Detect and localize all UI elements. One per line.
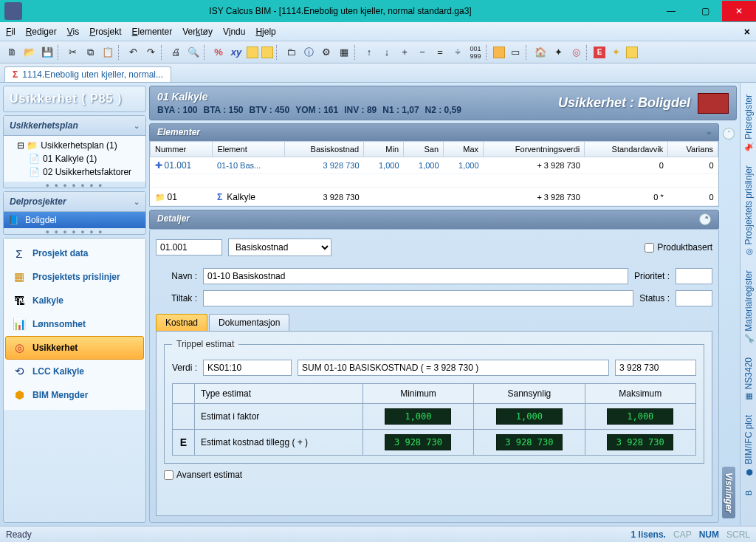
nav-prosjekt-data[interactable]: ΣProsjekt data: [5, 241, 144, 265]
opt1-icon[interactable]: [247, 47, 258, 58]
document-tab[interactable]: Σ 1114.Enebolig uten kjeller, normal...: [4, 66, 171, 82]
resize-grip[interactable]: ● ● ● ● ● ● ●: [4, 182, 145, 188]
preview-icon[interactable]: 🔍: [186, 45, 201, 60]
home-icon[interactable]: 🏠: [533, 45, 548, 60]
panel-icon[interactable]: ▭: [508, 45, 523, 60]
open-icon[interactable]: 📂: [22, 45, 37, 60]
status-bar: Ready 1 lisens. CAP NUM SCRL: [0, 526, 756, 542]
tab-b[interactable]: B: [743, 486, 755, 500]
detaljer-header: Detaljer ˄: [149, 210, 719, 229]
resize-grip[interactable]: ● ● ● ● ● ● ●: [4, 228, 145, 234]
minimize-button[interactable]: —: [654, 1, 688, 21]
nav-prislinjer[interactable]: ▦Prosjektets prislinjer: [5, 265, 144, 289]
print-icon[interactable]: 🖨: [168, 45, 183, 60]
nav-usikkerhet[interactable]: ◎Usikkerhet: [5, 336, 144, 360]
tab-materialregister[interactable]: 🔧Materialregister: [742, 266, 755, 349]
pin-icon: 🔧: [743, 335, 753, 344]
undo-icon[interactable]: ↶: [126, 45, 140, 60]
verdi-input[interactable]: [203, 360, 292, 376]
detail-id-input[interactable]: [156, 239, 222, 255]
elementer-table[interactable]: Nummer Element Basiskostnad Min San Max …: [150, 141, 718, 206]
grid-icon: ▦: [12, 270, 27, 284]
app-icon: [4, 2, 22, 20]
prioritet-input[interactable]: [676, 268, 712, 284]
nav-lonnsomhet[interactable]: 📊Lønnsomhet: [5, 312, 144, 336]
status-input[interactable]: [676, 290, 712, 306]
down-icon[interactable]: ↓: [379, 45, 394, 60]
tree-node-kalkyle[interactable]: 📄 01 Kalkyle (1): [7, 152, 142, 165]
collapse-icon[interactable]: ˄: [699, 213, 711, 225]
detail-type-select[interactable]: Basiskostnad: [228, 239, 331, 256]
delprosjekt-item[interactable]: 📘 Boligdel: [4, 212, 145, 228]
est-row-tillegg[interactable]: E Estimat kostnad tillegg ( + ) 3 928 73…: [173, 430, 696, 456]
close-button[interactable]: ✕: [722, 1, 756, 21]
filter-icon[interactable]: [626, 47, 638, 58]
xy-icon[interactable]: xy: [229, 45, 244, 60]
tab-ns3420[interactable]: ▦NS3420: [742, 353, 755, 406]
info-icon[interactable]: ⓘ: [301, 45, 316, 60]
mdi-close-button[interactable]: ×: [744, 26, 750, 38]
status-ready: Ready: [6, 529, 32, 540]
navn-input[interactable]: [203, 268, 628, 284]
menu-vis[interactable]: Vis: [67, 27, 79, 37]
calc-icon[interactable]: [493, 47, 505, 58]
menu-vindu[interactable]: Vindu: [223, 27, 246, 37]
tab-prisregister[interactable]: 📌Prisregister: [742, 90, 755, 157]
trippel-legend: Trippel estimat: [172, 339, 238, 349]
navn-label: Navn :: [156, 271, 197, 281]
plan-panel-header[interactable]: Usikkerhetsplan⌄: [4, 116, 145, 136]
menu-rediger[interactable]: Rediger: [26, 27, 57, 37]
new-icon[interactable]: 🗎: [4, 45, 19, 60]
status-scrl: SCRL: [726, 529, 750, 540]
menu-hjelp[interactable]: Hjelp: [255, 27, 275, 37]
table-row[interactable]: ✚ 01.001 01-10 Bas... 3 928 730 1,000 1,…: [151, 157, 718, 174]
avansert-checkbox[interactable]: Avansert estimat: [164, 470, 704, 480]
cycle-icon: ⟲: [12, 364, 27, 379]
doc-tab-icon: Σ: [13, 69, 18, 80]
tiltak-input[interactable]: [203, 290, 633, 306]
save-icon[interactable]: 💾: [40, 45, 55, 60]
star-icon[interactable]: ✦: [608, 45, 623, 60]
est-row-faktor[interactable]: Estimat i faktor 1,000 1,000 1,000: [173, 404, 696, 430]
tab-dokumentasjon[interactable]: Dokumentasjon: [209, 314, 289, 331]
grid-icon[interactable]: ▦: [337, 45, 351, 60]
menu-fil[interactable]: Fil: [6, 27, 16, 37]
num-icon[interactable]: 001999: [468, 45, 483, 60]
opt2-icon[interactable]: [261, 47, 273, 58]
building-icon: 🏗: [12, 293, 27, 308]
menu-prosjekt[interactable]: Prosjekt: [89, 27, 121, 37]
tree-node-faktorer[interactable]: 📄 02 Usikkerhetsfaktorer: [7, 165, 142, 179]
plus-icon[interactable]: +: [397, 45, 412, 60]
menu-elementer[interactable]: Elementer: [132, 27, 173, 37]
tab-bimifc[interactable]: ⬢BIM/IFC plot: [742, 411, 755, 481]
cut-icon[interactable]: ✂: [65, 45, 80, 60]
up-icon[interactable]: ↑: [362, 45, 377, 60]
tree-root[interactable]: ⊟ 📁 Usikkerhetsplan (1): [7, 139, 142, 152]
delprosjekter-header[interactable]: Delprosjekter⌄: [4, 192, 145, 212]
copy-icon[interactable]: ⧉: [83, 45, 97, 60]
folder-icon[interactable]: 🗀: [284, 45, 298, 60]
gear-icon[interactable]: ⚙: [319, 45, 334, 60]
nav-lcc[interactable]: ⟲LCC Kalkyle: [5, 360, 144, 383]
e-icon[interactable]: E: [594, 47, 605, 58]
eq-icon[interactable]: =: [433, 45, 447, 60]
tab-kostnad[interactable]: Kostnad: [156, 314, 207, 331]
book-icon: 📘: [8, 215, 19, 225]
expand-icon[interactable]: ˄: [723, 128, 735, 140]
visninger-panel[interactable]: ˄ Visninger: [722, 123, 737, 523]
maximize-button[interactable]: ▢: [688, 1, 722, 21]
nav-bim[interactable]: ⬢BIM Mengder: [5, 383, 144, 407]
doc-tab-label: 1114.Enebolig uten kjeller, normal...: [22, 69, 163, 80]
tab-prosj-prislinjer[interactable]: ◎Prosjektets prislinjer: [742, 161, 755, 261]
menu-verktoy[interactable]: Verktøy: [182, 27, 213, 37]
table-sum-row[interactable]: 📁 01 Σ Kalkyle 3 928 730 + 3 928 730 0 *…: [151, 188, 718, 206]
div-icon[interactable]: ÷: [450, 45, 465, 60]
magic-icon[interactable]: ✦: [551, 45, 566, 60]
nav-kalkyle[interactable]: 🏗Kalkyle: [5, 289, 144, 312]
produktbasert-checkbox[interactable]: Produktbasert: [645, 242, 712, 253]
redo-icon[interactable]: ↷: [143, 45, 158, 60]
minus-icon[interactable]: −: [415, 45, 430, 60]
circle-icon[interactable]: ◎: [568, 45, 583, 60]
percent-icon[interactable]: %: [211, 45, 226, 60]
paste-icon[interactable]: 📋: [100, 45, 115, 60]
